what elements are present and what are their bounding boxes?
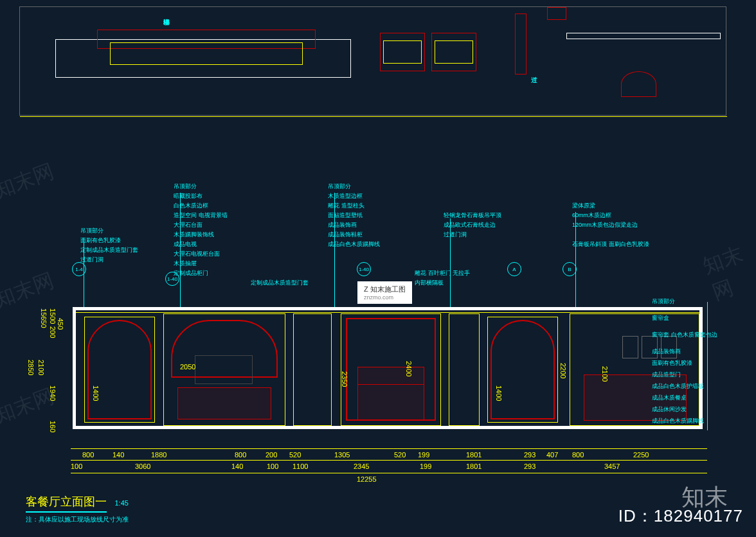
cwm-2: znzmo.com	[364, 294, 406, 301]
a3-0: 木质造型边框	[328, 191, 380, 201]
top-plan-section: 过道 详细楼梯	[19, 6, 726, 116]
annot-col-2: 吊顶部分 暗藏投影布 白色木质边框 造型空间 电视背景墙 大理石台面 木质踢脚装…	[174, 182, 228, 240]
ar-3: 面刷有色乳胶漆	[652, 357, 717, 369]
dh-4: 3060	[135, 462, 150, 470]
dimline-2	[71, 460, 707, 461]
lead-4	[450, 218, 451, 308]
annot-col-2c: 定制成品木质造型门套	[251, 278, 309, 288]
a2-h: 吊顶部分	[174, 182, 228, 191]
di-0: 1400	[92, 385, 100, 401]
ar-8: 成品白色木质踢脚线	[652, 415, 717, 427]
tv-cabinet	[177, 387, 271, 419]
annot-col-5: 梁体原梁 60mm木质边框 120mm木质包边假梁走边	[572, 201, 638, 230]
a4-2: 过道门洞	[444, 230, 501, 240]
title-note: 注：具体应以施工现场放线尺寸为准	[26, 515, 129, 524]
lead-1	[84, 238, 84, 308]
a2-4: 木质踢脚装饰线	[174, 230, 228, 240]
a4-1: 成品欧式石膏线走边	[444, 220, 501, 230]
dh-1: 100	[71, 462, 82, 470]
wm-1: 知末网	[0, 267, 59, 314]
top-wall	[515, 13, 526, 75]
dh-14: 199	[418, 451, 429, 459]
arch-2-frame	[487, 317, 558, 423]
ar-h: 吊顶部分	[652, 295, 717, 307]
a3b-1: 内部横隔板	[415, 278, 470, 288]
dh-22: 2250	[633, 451, 649, 459]
top-elem-5y	[435, 40, 473, 64]
dh-total: 12255	[357, 475, 377, 483]
title-text: 客餐厅立面图一	[26, 494, 107, 513]
dv-3: 200	[49, 326, 57, 338]
ar-1: 窗帘套 白色木质窗套包边	[652, 329, 717, 340]
a1-0: 面刷有色乳胶漆	[80, 236, 138, 245]
annot-col-3b: 雕花 百叶柜门 无拉手 内部横隔板	[415, 268, 470, 288]
top-cab-1	[547, 7, 566, 20]
top-chair	[621, 71, 656, 97]
top-elem-3	[110, 42, 303, 65]
art-1	[622, 336, 638, 358]
annot-col-4: 轻钢龙骨石膏板吊平顶 成品欧式石膏线走边 过道门洞	[444, 211, 501, 240]
dh-10: 1100	[292, 462, 308, 470]
ar-6: 成品木质餐桌	[652, 392, 717, 403]
dh-15: 199	[420, 462, 431, 470]
dh-0: 800	[82, 451, 94, 459]
dv-2: 15650	[40, 308, 48, 328]
a5b-0: 石膏板吊斜顶 面刷白色乳胶漆	[572, 240, 649, 249]
lead-3	[334, 193, 335, 308]
dh-20: 407	[546, 451, 558, 459]
di-4: 1400	[495, 385, 503, 401]
a3-3: 成品装饰画	[328, 220, 380, 230]
dh-17: 1801	[466, 462, 482, 470]
di-5: 2200	[559, 363, 567, 378]
di-6: 2100	[601, 366, 609, 382]
dv-4: 2850	[27, 360, 35, 375]
a3-4: 成品装饰鞋柜	[328, 230, 380, 240]
annot-right: 吊顶部分 窗帘盒 窗帘套 白色木质窗套包边 成品装饰画 面刷有色乳胶漆 成品造型…	[652, 295, 717, 427]
ar-4: 成品造型门	[652, 369, 717, 380]
dh-21: 800	[572, 451, 584, 459]
a3b-0: 雕花 百叶柜门 无拉手	[415, 268, 470, 278]
annot-col-3: 吊顶部分 木质造型边框 雕花 造型柱头 面贴造型壁纸 成品装饰画 成品装饰鞋柜 …	[328, 182, 380, 249]
cab-shelf	[357, 384, 424, 385]
a2c: 定制成品木质造型门套	[251, 278, 309, 288]
marker-2: 1-40	[165, 272, 179, 286]
a4-0: 轻钢龙骨石膏板吊平顶	[444, 211, 501, 220]
marker-3: 1-40	[357, 262, 371, 276]
dv-5: 2100	[37, 360, 45, 375]
a2-0: 暗藏投影布	[174, 191, 228, 201]
a3-5: 成品白色木质踢脚线	[328, 240, 380, 249]
arch-1-frame	[84, 317, 155, 423]
dv-6: 1940	[49, 385, 57, 401]
dh-23: 3457	[604, 462, 620, 470]
ceiling-line	[76, 312, 699, 313]
a1-1: 定制成品木质造型门套	[80, 245, 138, 255]
tv-screen	[195, 355, 253, 384]
a2-1: 白色木质边框	[174, 201, 228, 211]
dv-0: 1500	[49, 308, 57, 324]
di-2: 2350	[341, 371, 348, 387]
a5-2: 120mm木质包边假梁走边	[572, 220, 638, 230]
dimline-3	[71, 473, 707, 473]
center-cabinet	[357, 367, 424, 421]
top-baseline	[20, 116, 727, 117]
a2-2: 造型空间 电视背景墙	[174, 211, 228, 220]
ar-7: 成品休闲沙发	[652, 403, 717, 415]
di-3: 2400	[405, 361, 413, 376]
dh-13: 520	[394, 451, 406, 459]
top-counter	[566, 33, 721, 39]
ar-5: 成品白色木质护墙板	[652, 380, 717, 392]
di-1: 2050	[180, 363, 195, 371]
a5-1: 60mm木质边框	[572, 211, 638, 220]
ar-2: 成品装饰画	[652, 346, 717, 357]
dh-3: 1880	[151, 451, 166, 459]
annot-col-1: 吊顶部分 面刷有色乳胶漆 定制成品木质造型门套 过道门洞	[80, 226, 138, 265]
dh-18: 293	[524, 451, 536, 459]
pilaster-1	[293, 313, 332, 426]
a3-2: 面贴造型壁纸	[328, 211, 380, 220]
marker-A: A	[507, 262, 521, 276]
dh-11: 1305	[334, 451, 350, 459]
cad-canvas: 过道 详细楼梯 吊顶部分 面刷有色乳胶漆 定制成品木质造型门套 过道门洞 吊顶部…	[0, 0, 756, 537]
pilaster-2	[449, 313, 480, 426]
center-watermark: Z 知末施工图 znzmo.com	[357, 281, 412, 304]
dimline-1	[71, 448, 707, 449]
